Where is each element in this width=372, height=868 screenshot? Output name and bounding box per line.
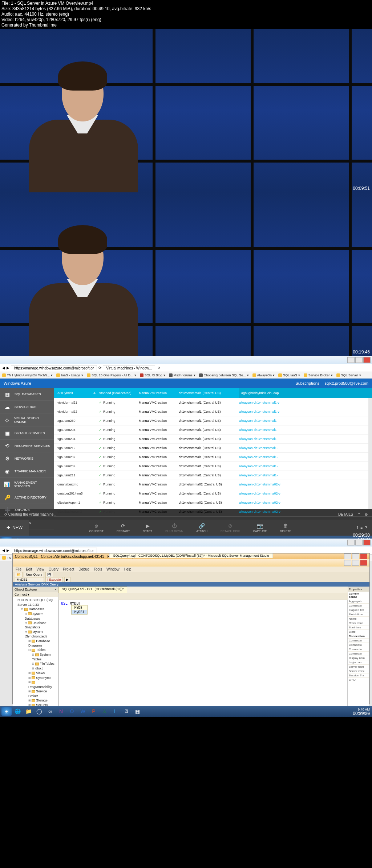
editor-tab[interactable]: SQLQuery4.sql - CO...(CORP\Install (52))… [58, 587, 127, 593]
vm-selected-name[interactable]: AGHybrid1 [54, 391, 90, 395]
sidebar-item[interactable]: ⚙NETWORKS [0, 452, 54, 465]
cmd-delete[interactable]: 🗑DELETE [274, 523, 298, 533]
rdp-icon[interactable]: 🖥 [121, 707, 132, 716]
sidebar-item[interactable]: ▦SQL DATABASES [0, 388, 54, 401]
close-button[interactable] [363, 357, 371, 363]
powerpoint-icon[interactable]: P [89, 707, 99, 716]
account-label[interactable]: sqlxt1prod500@live.com [324, 381, 368, 385]
property-row: Connectio [348, 647, 369, 652]
onenote-icon[interactable]: N [56, 707, 66, 716]
bookmark-item[interactable]: TN Hybrid AlwaysOn TechN... ▾ [2, 373, 53, 377]
bookmark-item[interactable]: IaaS - Usage ▾ [56, 373, 83, 377]
query-editor: SQLQuery4.sql - CO...(CORP\Install (52))… [58, 587, 348, 717]
minimize-button[interactable] [347, 357, 355, 363]
browser-tab-vm[interactable]: Virtual machines - Window... [103, 365, 155, 371]
menu-edit[interactable]: Edit [26, 567, 32, 571]
menu-window[interactable]: Window [106, 567, 120, 571]
menu-query[interactable]: Query [49, 567, 58, 571]
excel-icon[interactable]: X [100, 707, 110, 716]
app-icon[interactable]: ▦ [132, 707, 142, 716]
vm-arrow-icon[interactable]: ➔ [90, 391, 99, 395]
maximize-button[interactable] [355, 357, 363, 363]
menu-file[interactable]: File [16, 567, 21, 571]
outlook-icon[interactable]: O [67, 707, 77, 716]
bookmark-item[interactable]: SQL 15 One Pagers - All D... ▾ [87, 373, 136, 377]
bookmark-item[interactable]: AlwaysOn ▾ [252, 373, 275, 377]
vm-row[interactable]: xgautam211✓RunningManualVMCreationch1vne… [54, 471, 372, 480]
vm-selected-dns[interactable]: aghugbridhybrid1.cloudap [239, 388, 372, 398]
word-icon[interactable]: W [78, 707, 88, 716]
vs-icon[interactable]: ∞ [45, 707, 55, 716]
tree[interactable]: CONTOSOSQL1 (SQL Server 11.0.33 Database… [13, 597, 58, 717]
sidebar-item[interactable]: ◇VISUAL STUDIO ONLINE [0, 413, 54, 427]
property-row: Rows retur [348, 621, 369, 625]
vm-row[interactable]: xgautam212✓RunningManualVMCreationch1vne… [54, 444, 372, 453]
ie-icon[interactable]: 🌐 [12, 707, 23, 716]
forward-icon[interactable]: ▶ [7, 366, 9, 370]
bookmark-item[interactable]: Choosing between SQL Se... ▾ [199, 373, 249, 377]
menu-view[interactable]: View [36, 567, 44, 571]
cmd-restart[interactable]: ⟳RESTART [110, 523, 137, 533]
chrome-icon[interactable]: ◯ [34, 707, 44, 716]
new-button[interactable]: ✚NEW [0, 520, 29, 536]
new-query-button[interactable]: New Query [24, 572, 44, 577]
bookmark-item[interactable]: SQL Server ▾ [336, 373, 361, 377]
refresh-icon[interactable]: ⟳ [98, 366, 101, 370]
connect-button[interactable]: Connect ▾ [13, 592, 58, 597]
vm-row[interactable]: xgautam209✓RunningManualVMCreationch1vne… [54, 462, 372, 471]
vm-row[interactable]: xgautam250✓RunningManualVMCreationch1vne… [54, 416, 372, 425]
vm-row[interactable]: xgautam204✓RunningManualVMCreationch1vne… [54, 425, 372, 435]
sidebar-item[interactable]: ⟲RECOVERY SERVICES [0, 440, 54, 452]
oe-close-icon[interactable]: × [55, 588, 57, 591]
vm-row[interactable]: qltestbackupvm3✓RunningManualVMCreationc… [54, 507, 372, 516]
intellisense-popup[interactable]: MYDB MyDB1 [71, 605, 88, 615]
nav-icon[interactable]: ≡ [361, 526, 363, 530]
meta-gen: Generated by Thumbnail me [1, 23, 371, 28]
vm-row[interactable]: xgautam204✓RunningManualVMCreationch1vne… [54, 435, 372, 444]
menu-help[interactable]: Help [124, 567, 132, 571]
bookmark-item[interactable]: SQL IaaS ▾ [278, 373, 300, 377]
menu-tools[interactable]: Tools [94, 567, 102, 571]
open-icon[interactable]: 📂 [15, 572, 23, 577]
sidebar-item[interactable]: 🔑ACTIVE DIRECTORY [0, 491, 54, 504]
bookmark-item[interactable]: Msdn forums ▾ [169, 373, 195, 377]
cmd-detach-disk[interactable]: ⊘DETACH DISK [214, 523, 246, 533]
menu-debug[interactable]: Debug [78, 567, 89, 571]
sidebar-item[interactable]: ▣BIZTALK SERVICES [0, 427, 54, 440]
vm-row[interactable]: visvider-haS1✓RunningManualVMCreationch1… [54, 398, 372, 407]
cmd-shut-down[interactable]: ⏻SHUT DOWN [159, 523, 190, 533]
debug-icon[interactable]: ▶ [64, 577, 70, 582]
cmd-connect[interactable]: ⎋CONNECT [82, 523, 110, 533]
vm-scrollbar[interactable] [368, 398, 372, 509]
vm-row[interactable]: omarjaberxmg✓RunningManualVMCreationch1v… [54, 480, 372, 489]
bookmark-item[interactable]: SQL XI Blog ▾ [140, 373, 165, 377]
start-button[interactable]: ⊞ [1, 707, 12, 716]
vm-row[interactable]: visvider-haS2✓RunningManualVMCreationch1… [54, 407, 372, 416]
vm-selected-status: Stopped (Deallocated) [99, 391, 139, 395]
vm-row[interactable]: xgautam207✓RunningManualVMCreationch1vne… [54, 453, 372, 462]
sidebar-item[interactable]: ☁SERVICE BUS [0, 401, 54, 413]
sidebar-item[interactable]: 📊MANAGEMENT SERVICES [0, 478, 54, 491]
bookmark-item[interactable]: Service Broker ▾ [304, 373, 333, 377]
cmd-capture[interactable]: 📷CAPTURE [246, 523, 273, 533]
address-bar[interactable]: https://manage.windowsazure.com/@microso… [11, 365, 97, 371]
code-area[interactable]: USE MYDB| MYDB MyDB1 [58, 600, 348, 717]
vm-row[interactable]: qltestackupvm1✓RunningManualVMCreationch… [54, 498, 372, 507]
browser-tab-close-icon[interactable]: × [157, 366, 162, 370]
ssms-taskbar: ⊞ 🌐 📁 ◯ ∞ N O W P X L 🖥 ▦ 9:40 AM 7/2/20… [0, 706, 372, 717]
lync-icon[interactable]: L [110, 707, 121, 716]
subscriptions-button[interactable]: Subscriptions [295, 381, 319, 385]
properties-pane: Properties Current conne AggregateConnec… [348, 587, 369, 717]
outer-address[interactable]: https://manage.windowsazure.com/@microso… [11, 548, 97, 553]
explorer-icon[interactable]: 📁 [23, 707, 33, 716]
menu-project[interactable]: Project [63, 567, 74, 571]
save-icon[interactable]: 💾 [45, 572, 53, 577]
back-icon[interactable]: ◀ [2, 366, 5, 370]
sidebar-item[interactable]: ◉TRAFFIC MANAGER [0, 465, 54, 478]
cmd-attach[interactable]: 🔗ATTACH [190, 523, 214, 533]
execute-button[interactable]: ! Execute [45, 577, 63, 582]
help-icon[interactable]: ? [365, 526, 367, 530]
vm-row[interactable]: omjaber2014vm5✓RunningManualVMCreationch… [54, 489, 372, 498]
db-selector[interactable]: MyDB1 [15, 577, 44, 582]
cmd-start[interactable]: ▶START [137, 523, 159, 533]
